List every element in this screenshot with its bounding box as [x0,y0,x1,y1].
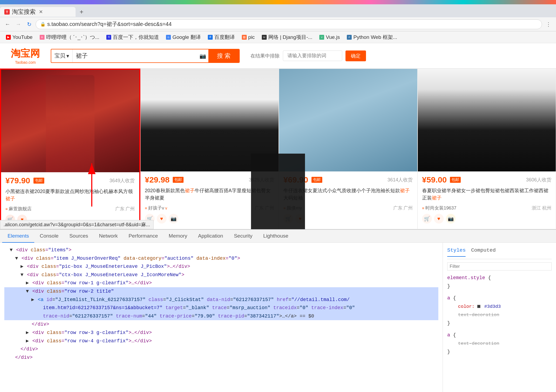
photo-icon-4[interactable]: 📷 [446,214,456,224]
price-row-4: ¥59.00 包邮 3606人收货 [422,175,552,184]
product-image-1 [1,70,139,172]
heart-icon-2[interactable]: ♥ [157,214,167,224]
html-line-6[interactable]: ▼ <div class="row row-2 title" [4,287,438,296]
search-input[interactable] [73,49,198,62]
triangle-7[interactable]: ▶ [31,296,34,304]
html-line-4: ▼ <div class="ctx-box J_MouseEneterLeave… [4,271,438,279]
style-rule-a-color: a { color: #3d3d3 text-decoration } [447,294,552,327]
pic-favicon: 🖼 [242,35,247,40]
html-line-8: </div> [4,320,438,329]
devtools-tab-security[interactable]: Security [229,230,258,243]
title-text-4: 春夏职业裙半身裙女一步裙包臀短裙包裙西装裙工作裙西裙正装裙子 [422,188,548,201]
price-value-4: ¥59.00 [422,175,447,184]
back-button[interactable]: ← [3,20,12,29]
html-line-7-selected[interactable]: ▶ <a id="J_Itemlist_TLink_621276337157" … [4,296,438,320]
shop-name-4[interactable]: ≡ 时尚女装19637 [422,205,456,211]
product-card-4[interactable]: ¥59.00 包邮 3606人收货 春夏职业裙半身裙女一步裙包臀短裙包裙西装裙工… [418,69,556,229]
badge-4: 包邮 [450,177,461,183]
application-tab-label: Application [198,233,223,239]
location-1: 广东 广州 [115,206,135,212]
filter-confirm-button[interactable]: 确定 [345,50,366,61]
price-1: ¥79.90 包邮 [5,176,44,185]
search-box: 宝贝 ▾ 📷 搜 索 [51,49,240,63]
badge-3: 包邮 [311,177,322,183]
triangle-3[interactable]: ▶ [21,262,23,271]
lighthouse-tab-label: Lighthouse [263,233,288,239]
mdn-label: 网络 | Djang项目-... [268,34,312,41]
devtools-tab-lighthouse[interactable]: Lighthouse [258,230,294,243]
address-text: s.taobao.com/search?q=裙子&sort=sale-desc&… [47,21,172,28]
filter-input[interactable] [283,50,342,61]
style-prop-color: color: #3d3d3 [447,302,552,311]
heart-icon-4[interactable]: ♥ [434,214,444,224]
devtools-tab-network[interactable]: Network [94,230,123,243]
devtools-panel: Elements Console Sources Network Perform… [0,229,556,392]
chevron-down-icon: ▾ [66,53,69,59]
triangle-6[interactable]: ▼ [26,287,29,296]
price-2: ¥29.98 包邮 [145,175,184,184]
devtools-tab-memory[interactable]: Memory [163,230,193,243]
bookmark-python[interactable]: P Python Web 框架... [344,33,400,42]
bookmark-baidu[interactable]: 百 百度一下，你就知道 [104,33,162,42]
active-tab[interactable]: T 淘宝搜索 ✕ [0,7,76,17]
bookmark-bilibili[interactable]: B 哔哩哔哩（ ´･_･`）つ... [37,33,102,42]
tab-favicon: T [4,9,10,15]
bookmark-pic[interactable]: 🖼 pic [239,33,257,41]
bookmark-vuejs[interactable]: V Vue.js [317,33,343,41]
settings-button[interactable]: ⋮ [544,20,553,29]
style-prop-text-dec-1: text-decoration [447,311,552,319]
styles-filter-input[interactable] [447,262,552,271]
style-selector-element: element.style { [447,274,552,282]
search-category-selector[interactable]: 宝贝 ▾ [51,49,73,62]
cart-icon-4[interactable]: 🛒 [422,214,432,224]
bookmark-google-trans[interactable]: G Google 翻译 [163,33,204,42]
memory-tab-label: Memory [169,233,187,239]
shop-name-2[interactable]: ≡ 好孩子v v [145,205,167,211]
tab-close-icon[interactable]: ✕ [39,9,43,15]
shop-icon-1: ≡ [5,207,8,211]
product-info-4: ¥59.00 包邮 3606人收货 春夏职业裙半身裙女一步裙包臀短裙包裙西装裙工… [418,171,556,227]
sources-tab-label: Sources [69,233,88,239]
photo-icon-2[interactable]: 📷 [169,214,178,224]
price-value-2: ¥29.98 [145,175,170,184]
sold-count-3: 3614人收货 [387,177,413,183]
bookmark-mdn[interactable]: M 网络 | Djang项目-... [259,33,315,42]
filter-area: 在结果中排除 确定 [250,50,366,61]
style-close-3: } [447,348,552,356]
styles-tab-computed[interactable]: Computed [471,246,496,257]
triangle-4[interactable]: ▼ [21,271,23,279]
html-line-12: </div> [4,353,438,362]
devtools-tab-sources[interactable]: Sources [64,230,94,243]
devtools-body: ▼ <div class="items"> ▼ <div class="item… [0,243,556,392]
search-button[interactable]: 搜 索 [208,49,239,62]
product-card-1[interactable]: ¥79.90 包邮 3649人收货 小黑裙连衣裙2020夏季新款波点网纱泡泡袖心… [0,69,140,229]
baidu-trans-favicon: 译 [208,35,213,40]
camera-search-icon[interactable]: 📷 [198,49,208,62]
shop-icon-4: ≡ [422,206,424,210]
bookmark-baidu-trans[interactable]: 译 百度翻译 [205,33,238,42]
style-rule-a-textdec: a { text-decoration } [447,331,552,356]
html-line-1: ▼ <div class="items"> [4,246,438,254]
triangle-5[interactable]: ▶ [26,279,29,287]
product-card-2[interactable]: ¥29.98 包邮 3625人收货 2020春秋新款黑色裙子牛仔裙高腰百搭A字显… [140,69,279,229]
new-tab-button[interactable]: + [77,7,86,17]
vuejs-favicon: V [319,35,324,40]
styles-tab-styles[interactable]: Styles [447,246,466,257]
forward-button[interactable]: → [14,20,23,29]
shop-name-1[interactable]: ≡ 麻萱旗舰店 [5,206,32,212]
triangle-9[interactable]: ▶ [26,329,29,337]
devtools-tab-performance[interactable]: Performance [123,230,163,243]
devtools-tab-console[interactable]: Console [34,230,64,243]
devtools-tab-application[interactable]: Application [193,230,229,243]
triangle-2[interactable]: ▼ [15,254,18,263]
triangle-10[interactable]: ▶ [26,337,29,345]
devtools-tab-elements[interactable]: Elements [2,230,34,243]
address-field[interactable]: 🔒 s.taobao.com/search?q=裙子&sort=sale-des… [36,19,542,29]
triangle-1[interactable]: ▼ [10,246,13,254]
taobao-logo-sub: Taobao.com [15,60,36,65]
style-selector-a: a { [447,294,552,302]
product-info-1: ¥79.90 包邮 3649人收货 小黑裙连衣裙2020夏季新款波点网纱泡泡袖心… [1,172,139,228]
refresh-button[interactable]: ↻ [25,20,33,29]
python-favicon: P [347,35,352,40]
bookmark-youtube[interactable]: ▶ YouTube [3,33,35,41]
